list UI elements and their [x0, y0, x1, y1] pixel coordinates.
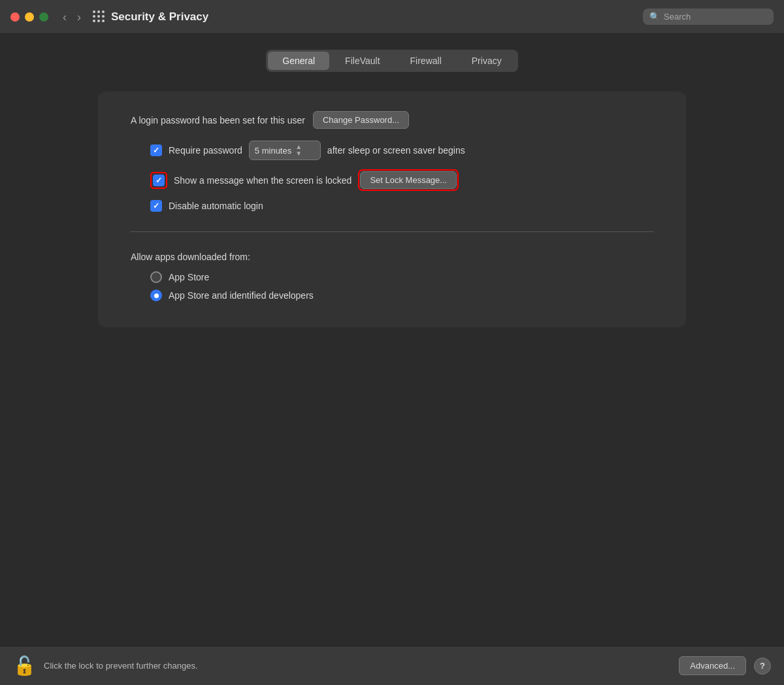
radio-developers-label: App Store and identified developers	[169, 290, 314, 301]
traffic-lights	[10, 12, 48, 22]
password-time-value: 5 minutes	[255, 146, 291, 156]
change-password-button[interactable]: Change Password...	[313, 111, 409, 129]
disable-login-row: Disable automatic login	[131, 200, 653, 212]
dropdown-arrows-icon: ▲▼	[295, 144, 302, 157]
settings-panel: A login password has been set for this u…	[98, 92, 686, 327]
titlebar: ‹ › Security & Privacy 🔍	[0, 0, 784, 34]
tab-filevault[interactable]: FileVault	[331, 52, 394, 70]
password-description-text: A login password has been set for this u…	[131, 115, 305, 125]
help-button[interactable]: ?	[754, 658, 771, 675]
tab-bar: General FileVault Firewall Privacy	[266, 50, 517, 72]
allow-apps-text: Allow apps downloaded from:	[131, 252, 250, 262]
disable-auto-login-label: Disable automatic login	[169, 201, 263, 211]
search-input[interactable]	[664, 12, 755, 22]
allow-apps-section: Allow apps downloaded from: App Store Ap…	[131, 252, 653, 301]
lock-message-checkbox[interactable]	[153, 175, 165, 186]
radio-app-store-developers[interactable]	[150, 290, 162, 301]
tab-general[interactable]: General	[268, 52, 329, 70]
lock-message-checkbox-highlight	[150, 172, 167, 189]
password-time-dropdown[interactable]: 5 minutes ▲▼	[249, 141, 321, 160]
require-password-checkbox[interactable]	[150, 144, 162, 156]
advanced-button[interactable]: Advanced...	[679, 656, 746, 675]
lock-message-label: Show a message when the screen is locked	[174, 175, 351, 186]
maximize-button[interactable]	[39, 12, 48, 22]
nav-buttons: ‹ ›	[59, 10, 85, 24]
require-password-row: Require password 5 minutes ▲▼ after slee…	[131, 141, 653, 160]
bottom-bar: 🔓 Click the lock to prevent further chan…	[0, 646, 784, 685]
radio-developers-row: App Store and identified developers	[131, 290, 653, 301]
radio-app-store-label: App Store	[169, 272, 209, 282]
disable-auto-login-checkbox[interactable]	[150, 200, 162, 212]
section-divider	[131, 231, 653, 232]
radio-app-store-row: App Store	[131, 271, 653, 283]
search-icon: 🔍	[649, 12, 660, 22]
set-lock-message-button[interactable]: Set Lock Message...	[360, 171, 457, 189]
require-password-after-text: after sleep or screen saver begins	[327, 145, 465, 156]
lock-icon[interactable]: 🔓	[13, 657, 36, 675]
app-grid-icon[interactable]	[93, 10, 105, 23]
minimize-button[interactable]	[25, 12, 34, 22]
back-button[interactable]: ‹	[59, 10, 71, 24]
forward-button[interactable]: ›	[73, 10, 85, 24]
allow-apps-label: Allow apps downloaded from:	[131, 252, 653, 262]
radio-app-store[interactable]	[150, 271, 162, 283]
search-box: 🔍	[643, 8, 774, 25]
lock-message-row: Show a message when the screen is locked…	[131, 169, 653, 191]
tab-firewall[interactable]: Firewall	[396, 52, 456, 70]
tab-privacy[interactable]: Privacy	[457, 52, 516, 70]
window-title: Security & Privacy	[111, 10, 643, 24]
require-password-label: Require password	[169, 145, 242, 156]
password-row: A login password has been set for this u…	[131, 111, 653, 129]
lock-status-text: Click the lock to prevent further change…	[44, 661, 671, 671]
close-button[interactable]	[10, 12, 20, 22]
content-area: General FileVault Firewall Privacy A log…	[0, 34, 784, 646]
set-lock-message-button-highlight: Set Lock Message...	[358, 169, 459, 191]
